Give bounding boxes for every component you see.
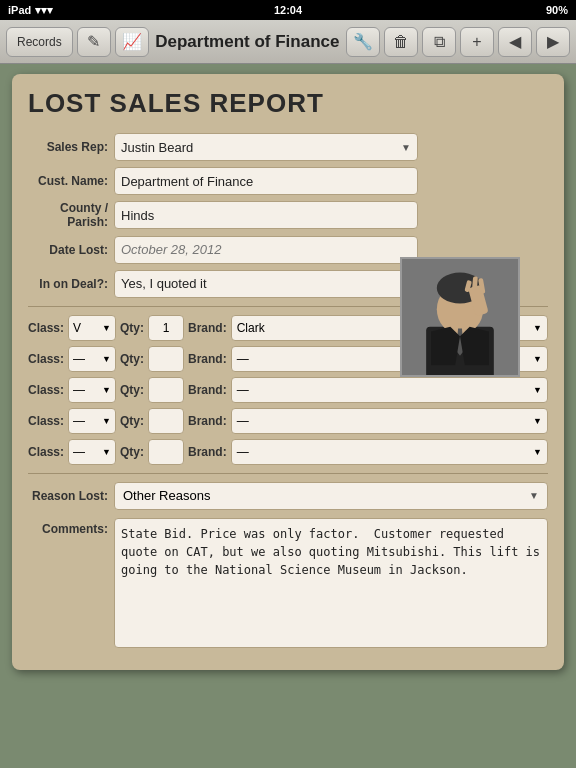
class-select-1[interactable]: V ▼ — [68, 315, 116, 341]
class-value-4: — — [73, 414, 85, 428]
prev-button[interactable]: ◀ — [498, 27, 532, 57]
qty-input-5[interactable] — [148, 439, 184, 465]
brand-value-2: — — [237, 352, 249, 366]
photo-container — [400, 257, 520, 377]
class-select-3[interactable]: — ▼ — [68, 377, 116, 403]
svg-marker-10 — [460, 327, 489, 366]
toolbar-title: Department of Finance — [153, 32, 342, 52]
class-row-3: Class: — ▼ Qty: Brand: — ▼ — [28, 377, 548, 403]
class-value-5: — — [73, 445, 85, 459]
class-value-3: — — [73, 383, 85, 397]
class-row-4: Class: — ▼ Qty: Brand: — ▼ — [28, 408, 548, 434]
edit-icon: ✎ — [87, 32, 100, 51]
class-label-4: Class: — [28, 414, 64, 428]
comments-row: Comments: State Bid. Price was only fact… — [28, 518, 548, 648]
person-svg — [402, 257, 518, 377]
qty-input-1[interactable] — [148, 315, 184, 341]
main-content: LOST SALES REPORT — [0, 64, 576, 768]
settings-button[interactable]: 🔧 — [346, 27, 380, 57]
qty-label-1: Qty: — [120, 321, 144, 335]
top-fields: Sales Rep: Justin Beard ▼ Cust. Name: Co… — [28, 133, 418, 298]
toolbar: Records ✎ 📈 Department of Finance 🔧 🗑 ⧉ … — [0, 20, 576, 64]
class-value-1: V — [73, 321, 81, 335]
chart-icon: 📈 — [122, 32, 142, 51]
in-on-deal-label: In on Deal?: — [28, 277, 108, 291]
trash-button[interactable]: 🗑 — [384, 27, 418, 57]
class-select-5[interactable]: — ▼ — [68, 439, 116, 465]
comments-label: Comments: — [28, 518, 108, 536]
reason-lost-select[interactable]: Other Reasons ▼ — [114, 482, 548, 510]
reason-lost-label: Reason Lost: — [28, 489, 108, 503]
next-icon: ▶ — [547, 32, 559, 51]
class-row-5: Class: — ▼ Qty: Brand: — ▼ — [28, 439, 548, 465]
brand-value-1: Clark — [237, 321, 265, 335]
class-select-2[interactable]: — ▼ — [68, 346, 116, 372]
brand-value-4: — — [237, 414, 249, 428]
county-row: County / Parish: — [28, 201, 418, 230]
cust-name-label: Cust. Name: — [28, 174, 108, 188]
brand-arrow-1: ▼ — [533, 323, 542, 333]
status-time: 12:04 — [274, 4, 302, 16]
reason-lost-arrow: ▼ — [529, 490, 539, 501]
county-label: County / Parish: — [28, 201, 108, 230]
edit-button[interactable]: ✎ — [77, 27, 111, 57]
brand-label-5: Brand: — [188, 445, 227, 459]
brand-label-3: Brand: — [188, 383, 227, 397]
trash-icon: 🗑 — [393, 33, 409, 51]
sales-rep-value: Justin Beard — [121, 140, 193, 155]
reason-lost-value: Other Reasons — [123, 488, 210, 503]
sales-rep-arrow: ▼ — [401, 142, 411, 153]
qty-input-2[interactable] — [148, 346, 184, 372]
brand-label-1: Brand: — [188, 321, 227, 335]
fields-photo-container: Sales Rep: Justin Beard ▼ Cust. Name: Co… — [28, 133, 548, 298]
cust-name-input[interactable] — [114, 167, 418, 195]
prev-icon: ◀ — [509, 32, 521, 51]
in-on-deal-select[interactable]: Yes, I quoted it ▼ — [114, 270, 418, 298]
copy-button[interactable]: ⧉ — [422, 27, 456, 57]
brand-value-3: — — [237, 383, 249, 397]
qty-label-3: Qty: — [120, 383, 144, 397]
class-select-4[interactable]: — ▼ — [68, 408, 116, 434]
sales-rep-select[interactable]: Justin Beard ▼ — [114, 133, 418, 161]
class-label-3: Class: — [28, 383, 64, 397]
class-arrow-1: ▼ — [102, 323, 111, 333]
chart-button[interactable]: 📈 — [115, 27, 149, 57]
sales-rep-label: Sales Rep: — [28, 140, 108, 154]
in-on-deal-row: In on Deal?: Yes, I quoted it ▼ — [28, 270, 418, 298]
records-button[interactable]: Records — [6, 27, 73, 57]
class-value-2: — — [73, 352, 85, 366]
divider-2 — [28, 473, 548, 474]
brand-value-5: — — [237, 445, 249, 459]
reason-lost-row: Reason Lost: Other Reasons ▼ — [28, 482, 548, 510]
next-button[interactable]: ▶ — [536, 27, 570, 57]
form-title: LOST SALES REPORT — [28, 88, 548, 119]
status-right: 90% — [546, 4, 568, 16]
copy-icon: ⧉ — [434, 33, 445, 51]
comments-textarea[interactable]: State Bid. Price was only factor. Custom… — [114, 518, 548, 648]
class-label-2: Class: — [28, 352, 64, 366]
brand-select-4[interactable]: — ▼ — [231, 408, 548, 434]
brand-select-3[interactable]: — ▼ — [231, 377, 548, 403]
add-button[interactable]: + — [460, 27, 494, 57]
qty-input-3[interactable] — [148, 377, 184, 403]
date-lost-label: Date Lost: — [28, 243, 108, 257]
date-lost-row: Date Lost: — [28, 236, 418, 264]
plus-icon: + — [472, 33, 481, 51]
class-label-1: Class: — [28, 321, 64, 335]
carrier-label: iPad — [8, 4, 31, 16]
qty-input-4[interactable] — [148, 408, 184, 434]
date-lost-input[interactable] — [114, 236, 418, 264]
county-input[interactable] — [114, 201, 418, 229]
wrench-icon: 🔧 — [353, 32, 373, 51]
status-left: iPad ▾▾▾ — [8, 4, 53, 17]
sales-rep-row: Sales Rep: Justin Beard ▼ — [28, 133, 418, 161]
brand-label-4: Brand: — [188, 414, 227, 428]
brand-select-5[interactable]: — ▼ — [231, 439, 548, 465]
svg-marker-9 — [431, 327, 460, 366]
status-bar: iPad ▾▾▾ 12:04 90% — [0, 0, 576, 20]
qty-label-4: Qty: — [120, 414, 144, 428]
class-label-5: Class: — [28, 445, 64, 459]
qty-label-5: Qty: — [120, 445, 144, 459]
brand-label-2: Brand: — [188, 352, 227, 366]
form-paper: LOST SALES REPORT — [12, 74, 564, 670]
